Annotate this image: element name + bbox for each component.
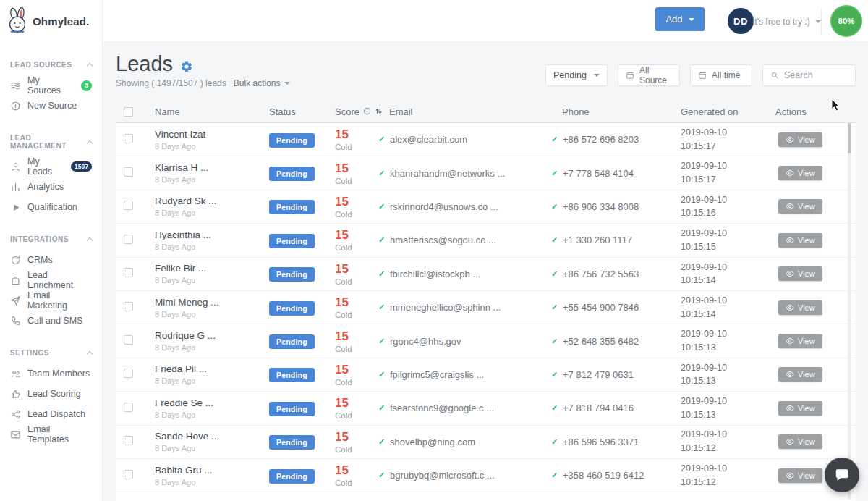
info-icon[interactable]	[363, 106, 371, 117]
eye-icon	[786, 303, 794, 312]
view-button-label: View	[798, 236, 815, 245]
view-button[interactable]: View	[778, 199, 822, 214]
sidebar-item-label: Email Marketing	[27, 290, 92, 311]
table-row[interactable]: Freddie Se ... 8 Days Ago Pending 15 Col…	[116, 392, 856, 425]
row-checkbox[interactable]	[124, 470, 133, 479]
status-filter-dropdown[interactable]: Pending	[545, 64, 608, 86]
plus-circle-icon	[10, 101, 21, 111]
table-row[interactable]: Vincent Izat 8 Days Ago Pending 15 Cold …	[116, 123, 856, 156]
sidebar-item-qualification[interactable]: Qualification	[0, 197, 102, 217]
lead-name: Vincent Izat	[155, 129, 269, 140]
lead-name: Mimi Meneg ...	[155, 297, 269, 308]
profile-completion-ring[interactable]: 80%	[830, 5, 862, 37]
sidebar-item-call-and-sms[interactable]: Call and SMS	[0, 311, 102, 331]
view-button[interactable]: View	[778, 266, 822, 281]
select-all-checkbox[interactable]	[124, 107, 133, 117]
play-icon	[10, 202, 21, 213]
lead-age: 8 Days Ago	[155, 175, 269, 184]
add-button[interactable]: Add	[655, 7, 705, 31]
table-row[interactable]: Sande Hove ... 8 Days Ago Pending 15 Col…	[116, 426, 856, 459]
brand-logo[interactable]: Ohmylead.	[0, 0, 102, 43]
search-icon	[770, 71, 779, 80]
table-row[interactable]: Babita Gru ... 8 Days Ago Pending 15 Col…	[116, 459, 856, 492]
table-row[interactable]: 15 ✓ ✓ 2019-09-10 View	[116, 492, 856, 501]
sidebar-item-my-leads[interactable]: My Leads 1507	[0, 156, 102, 177]
row-checkbox[interactable]	[124, 268, 133, 277]
row-checkbox[interactable]	[124, 436, 133, 445]
chat-launcher[interactable]	[825, 458, 859, 492]
verified-check-icon: ✓	[551, 471, 558, 480]
section-settings[interactable]: SETTINGS	[0, 349, 102, 357]
table-row[interactable]: Frieda Pil ... 8 Days Ago Pending 15 Col…	[116, 358, 856, 392]
sidebar-item-crms[interactable]: CRMs	[0, 250, 102, 270]
lead-age: 8 Days Ago	[155, 142, 269, 151]
section-lead-management[interactable]: LEAD MANAGEMENT	[0, 134, 102, 150]
table-row[interactable]: Klarrisa H ... 8 Days Ago Pending 15 Col…	[116, 156, 856, 190]
table-row[interactable]: Rodrique G ... 8 Days Ago Pending 15 Col…	[116, 324, 856, 358]
sidebar-item-email-marketing[interactable]: Email Marketing	[0, 290, 102, 311]
time-filter-dropdown[interactable]: All time	[690, 64, 752, 86]
view-button[interactable]: View	[778, 434, 822, 449]
sidebar-item-my-sources[interactable]: My Sources 3	[0, 75, 102, 96]
view-button[interactable]: View	[778, 233, 822, 248]
eye-icon	[786, 202, 794, 211]
row-checkbox[interactable]	[124, 403, 133, 412]
row-checkbox[interactable]	[124, 134, 133, 143]
view-button[interactable]: View	[778, 166, 822, 180]
view-button[interactable]: View	[778, 401, 822, 416]
source-filter-dropdown[interactable]: All Source	[618, 64, 680, 86]
sidebar-item-label: New Source	[27, 101, 77, 111]
table-row[interactable]: Rudyard Sk ... 8 Days Ago Pending 15 Col…	[116, 190, 856, 224]
table-row[interactable]: Hyacinthia ... 8 Days Ago Pending 15 Col…	[116, 224, 856, 257]
avatar-initials: DD	[733, 16, 748, 27]
avatar[interactable]: DD	[728, 8, 754, 34]
row-checkbox[interactable]	[124, 302, 133, 311]
view-button[interactable]: View	[778, 132, 822, 147]
lead-phone: +7 812 479 0631	[563, 369, 634, 380]
row-checkbox[interactable]	[124, 335, 133, 345]
sidebar-item-analytics[interactable]: Analytics	[0, 177, 102, 197]
users-icon	[10, 369, 21, 379]
sidebar-item-lead-enrichment[interactable]: Lead Enrichment	[0, 270, 102, 290]
status-badge: Pending	[269, 167, 315, 181]
sidebar-item-new-source[interactable]: New Source	[0, 96, 102, 116]
sidebar-item-email-templates[interactable]: Email Templates	[0, 424, 102, 445]
section-integrations[interactable]: INTEGRATIONS	[0, 235, 102, 243]
view-button[interactable]: View	[778, 468, 822, 483]
verified-check-icon: ✓	[551, 269, 558, 279]
view-button[interactable]: View	[778, 367, 822, 382]
search-box[interactable]	[762, 64, 856, 86]
sync-icon	[10, 255, 21, 266]
sort-icon[interactable]	[375, 106, 383, 117]
table-row[interactable]: Mimi Meneg ... 8 Days Ago Pending 15 Col…	[116, 291, 856, 324]
lead-phone: +86 756 732 5563	[563, 269, 639, 279]
sidebar-item-team-members[interactable]: Team Members	[0, 363, 102, 384]
view-button[interactable]: View	[778, 300, 822, 315]
row-checkbox[interactable]	[124, 369, 133, 378]
leads-settings-gear-icon[interactable]	[180, 60, 193, 73]
view-button[interactable]: View	[778, 334, 822, 348]
lead-email: mmeneghellico@sphinn ...	[390, 302, 501, 313]
view-button-label: View	[798, 135, 815, 144]
row-checkbox[interactable]	[124, 201, 133, 210]
sidebar: Ohmylead. LEAD SOURCES My Sources 3 New …	[0, 0, 103, 501]
account-menu[interactable]: It's free to try :)	[752, 0, 821, 43]
scrollbar-thumb[interactable]	[848, 123, 851, 153]
lead-phone: +86 596 596 3371	[563, 437, 639, 447]
header-email: Email	[389, 106, 562, 117]
sidebar-item-lead-scoring[interactable]: Lead Scoring	[0, 384, 102, 404]
row-checkbox[interactable]	[124, 167, 133, 177]
row-checkbox[interactable]	[124, 235, 133, 244]
search-input[interactable]	[784, 70, 849, 80]
table-header-row: Name Status Score Email Phone Generated …	[116, 101, 856, 123]
sidebar-item-label: Lead Dispatch	[27, 409, 85, 419]
sidebar-item-lead-dispatch[interactable]: Lead Dispatch	[0, 404, 102, 424]
lead-phone: +7 818 794 0416	[563, 403, 634, 413]
generated-time: 10:15:13	[681, 408, 775, 422]
verified-check-icon: ✓	[378, 370, 386, 379]
bulk-actions-dropdown[interactable]: Bulk actions	[234, 78, 291, 88]
showing-count: Showing ( 1497/1507 ) leads	[116, 78, 226, 88]
page-title: Leads	[116, 52, 173, 76]
table-row[interactable]: Felike Bir ... 8 Days Ago Pending 15 Col…	[116, 258, 856, 291]
section-lead-sources[interactable]: LEAD SOURCES	[0, 61, 102, 69]
